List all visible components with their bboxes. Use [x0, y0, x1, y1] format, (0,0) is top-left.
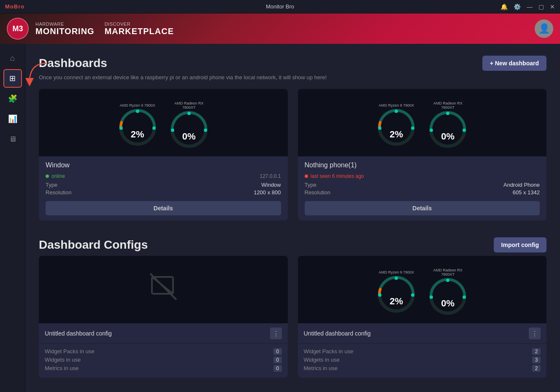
gauge-phone-gpu: AMD Radeon RX 7800XT 0% — [425, 101, 471, 144]
nav-monitoring[interactable]: Hardware MONITORING — [35, 21, 95, 36]
widgets-label-2: Widgets in use — [304, 357, 340, 363]
sidebar-item-dashboards[interactable]: ⊞ — [3, 69, 22, 88]
widget-packs-value: 0 — [273, 348, 282, 355]
metrics-value: 0 — [273, 365, 282, 372]
nav-hardware-main: MONITORING — [35, 27, 95, 36]
title-bar-controls: 🔔 ⚙️ — ▢ ✕ — [500, 3, 555, 10]
config-card-empty: Untitled dashboard config ⋮ Widget Packs… — [39, 256, 288, 378]
config-gauge-cpu: AMD Ryzen 9 7900X 2% — [373, 270, 419, 309]
dashboard-cards-grid: AMD Ryzen 9 7900X 2% — [39, 89, 546, 220]
config-preview-filled: AMD Ryzen 9 7900X 2% — [298, 256, 547, 323]
nav-marketplace[interactable]: Discover MARKETPLACE — [105, 21, 174, 36]
config-stat-widgets-2: Widgets in use 3 — [304, 357, 541, 363]
card-preview-window: AMD Ryzen 9 7900X 2% — [39, 89, 288, 156]
bell-icon[interactable]: 🔔 — [500, 3, 508, 10]
gauge-gpu-wrap: 0% — [166, 110, 212, 144]
card-phone-resolution-row: Resolution 605 x 1342 — [305, 189, 540, 196]
header-right: 👤 — [535, 19, 553, 38]
config-name-filled: Untitled dashboard config — [304, 330, 371, 337]
config-menu-button-filled[interactable]: ⋮ — [529, 328, 541, 339]
app-logo: MoBro — [5, 3, 24, 10]
phone-resolution-value: 605 x 1342 — [513, 189, 540, 196]
type-value: Window — [261, 182, 281, 188]
widgets-label: Widgets in use — [45, 357, 81, 363]
configs-title: Dashboard Configs — [39, 238, 148, 252]
svg-point-21 — [378, 293, 381, 297]
nav-hardware-sub: Hardware — [35, 21, 95, 27]
resolution-label: Resolution — [46, 189, 71, 196]
maximize-button[interactable]: ▢ — [538, 3, 544, 10]
config-card-preview: AMD Ryzen 9 7900X 2% — [298, 256, 547, 378]
gauge-phone-cpu: AMD Ryzen 9 7900X 2% — [373, 103, 419, 142]
svg-point-20 — [395, 277, 398, 280]
widget-packs-label: Widget Packs in use — [45, 348, 95, 355]
config-preview-empty — [39, 256, 288, 323]
no-preview-icon — [149, 272, 178, 307]
svg-point-13 — [446, 112, 449, 115]
config-menu-button-empty[interactable]: ⋮ — [270, 328, 282, 339]
config-stat-metrics-2: Metrics in use 2 — [304, 365, 541, 372]
gauge-phone-gpu-value: 0% — [441, 131, 454, 142]
config-stat-widgets: Widgets in use 0 — [45, 357, 282, 363]
home-icon: ⌂ — [10, 54, 15, 63]
sidebar-item-metrics[interactable]: 📊 — [3, 110, 22, 128]
status-offline-text: last seen 6 minutes ago — [311, 173, 364, 179]
gauge-cpu-wrap: 2% — [114, 108, 161, 142]
title-bar-left: MoBro — [5, 3, 24, 10]
config-gauge-gpu: AMD Radeon RX 7800XT 0% — [425, 268, 471, 311]
status-online: online — [46, 173, 65, 179]
brand-logo: M3 — [7, 18, 29, 40]
svg-point-14 — [430, 129, 433, 132]
svg-point-5 — [187, 112, 191, 115]
details-button-window[interactable]: Details — [46, 201, 281, 215]
gauge-phone-gpu-wrap: 0% — [425, 110, 471, 144]
svg-point-26 — [463, 295, 466, 299]
title-bar: MoBro Monitor Bro 🔔 ⚙️ — ▢ ✕ — [0, 0, 560, 13]
card-info-window: Window online 127.0.0.1 Type Window Reso… — [39, 156, 288, 220]
close-button[interactable]: ✕ — [550, 3, 555, 10]
svg-point-2 — [119, 126, 123, 130]
card-phone-status-row: last seen 6 minutes ago — [305, 173, 540, 179]
metrics-label-2: Metrics in use — [304, 365, 338, 372]
new-dashboard-button[interactable]: + New dashboard — [482, 56, 546, 71]
dashboards-icon: ⊞ — [9, 74, 16, 83]
sidebar-item-home[interactable]: ⌂ — [3, 49, 22, 67]
gear-icon[interactable]: ⚙️ — [514, 3, 521, 10]
card-window-name: Window — [46, 161, 281, 169]
phone-resolution-label: Resolution — [305, 189, 330, 196]
gauge-gpu: AMD Radeon RX 7800XT 0% — [166, 101, 212, 144]
sidebar-item-display[interactable]: 🖥 — [3, 130, 22, 148]
svg-point-25 — [430, 295, 433, 299]
title-bar-title: Monitor Bro — [266, 3, 294, 10]
svg-point-22 — [411, 293, 414, 297]
header-nav: M3 Hardware MONITORING Discover MARKETPL… — [0, 13, 560, 44]
dashboards-section-header: Dashboards + New dashboard — [39, 56, 546, 71]
minimize-button[interactable]: — — [527, 3, 533, 10]
gauge-gpu-value: 0% — [182, 131, 196, 142]
card-resolution-row: Resolution 1200 x 800 — [46, 189, 281, 196]
details-button-phone[interactable]: Details — [305, 201, 540, 215]
config-stat-widget-packs: Widget Packs in use 0 — [45, 348, 282, 355]
svg-point-15 — [463, 129, 466, 132]
user-avatar[interactable]: 👤 — [535, 19, 553, 38]
gauge-cpu-value: 2% — [131, 129, 144, 140]
widgets-value-2: 3 — [532, 357, 541, 363]
plugins-icon: 🧩 — [8, 94, 17, 103]
ip-address: 127.0.0.1 — [260, 173, 281, 179]
gauge-phone-cpu-value: 2% — [390, 129, 403, 140]
configs-grid: Untitled dashboard config ⋮ Widget Packs… — [39, 256, 546, 378]
metrics-icon: 📊 — [8, 114, 17, 124]
main-layout: ⌂ ⊞ 🧩 📊 🖥 Dashboards + New dashboard Onc… — [0, 44, 560, 392]
svg-point-1 — [136, 110, 139, 113]
gauge-cpu: AMD Ryzen 9 7900X 2% — [114, 103, 161, 142]
sidebar-item-plugins[interactable]: 🧩 — [3, 89, 22, 108]
config-gauge-gpu-wrap: 0% — [425, 277, 471, 311]
import-config-button[interactable]: Import config — [494, 237, 546, 252]
metrics-label: Metrics in use — [45, 365, 78, 372]
nav-marketplace-main: MARKETPLACE — [105, 27, 174, 36]
phone-type-value: Android Phone — [503, 182, 540, 188]
status-dot-red — [305, 175, 308, 178]
content-area: Dashboards + New dashboard Once you conn… — [25, 44, 560, 392]
config-stats-empty: Widget Packs in use 0 Widgets in use 0 M… — [39, 344, 288, 378]
dashboard-card-phone: AMD Ryzen 9 7900X 2% — [298, 89, 547, 220]
